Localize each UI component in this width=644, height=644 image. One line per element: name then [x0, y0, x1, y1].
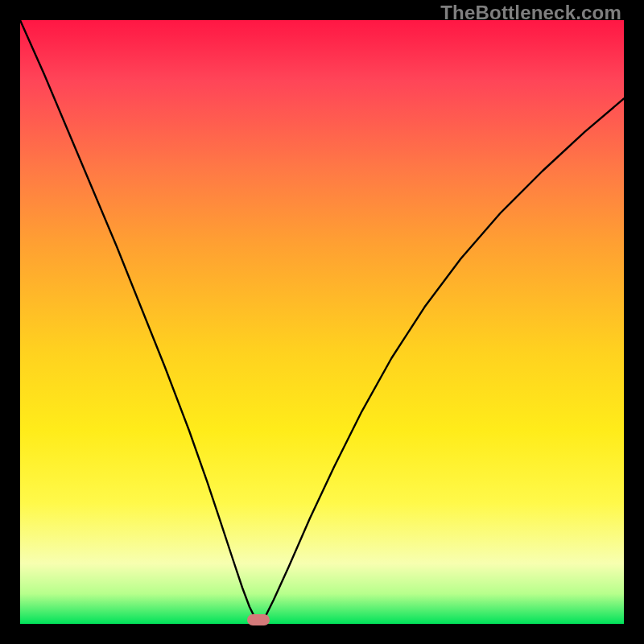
minimum-marker: [247, 614, 270, 625]
chart-frame: TheBottleneck.com: [0, 0, 644, 644]
bottleneck-curve: [20, 20, 624, 624]
